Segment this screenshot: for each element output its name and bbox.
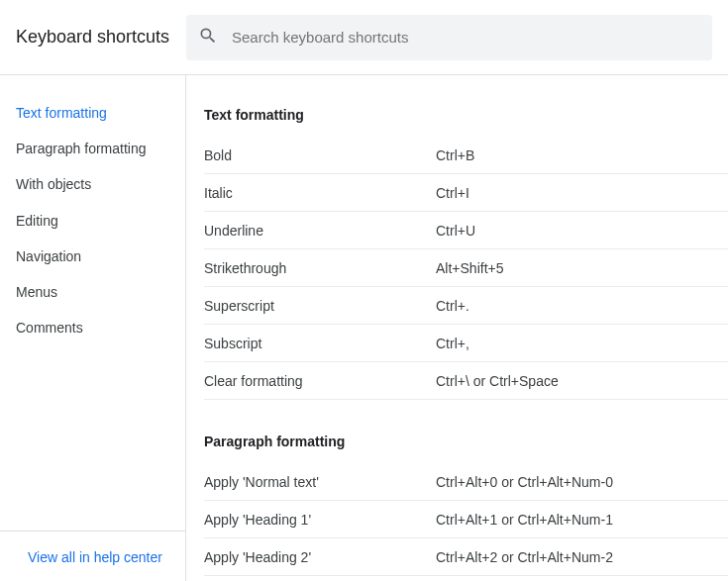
sidebar-item[interactable]: Paragraph formatting bbox=[0, 131, 185, 166]
sidebar-items: Text formattingParagraph formattingWith … bbox=[0, 95, 185, 531]
shortcut-action: Apply 'Normal text' bbox=[204, 474, 436, 490]
help-center-link[interactable]: View all in help center bbox=[0, 531, 185, 581]
shortcut-row: Apply 'Heading 1'Ctrl+Alt+1 or Ctrl+Alt+… bbox=[204, 501, 728, 538]
dialog-header: Keyboard shortcuts bbox=[0, 0, 728, 75]
shortcut-row: BoldCtrl+B bbox=[204, 137, 728, 174]
dialog-body: Text formattingParagraph formattingWith … bbox=[0, 75, 728, 581]
shortcut-row: SubscriptCtrl+, bbox=[204, 325, 728, 362]
shortcut-action: Bold bbox=[204, 147, 436, 163]
search-box[interactable] bbox=[186, 15, 712, 60]
section-heading: Text formatting bbox=[204, 101, 728, 137]
shortcut-keys: Ctrl+Alt+0 or Ctrl+Alt+Num-0 bbox=[436, 474, 728, 490]
shortcuts-content: Text formattingBoldCtrl+BItalicCtrl+IUnd… bbox=[186, 75, 728, 581]
sidebar-item[interactable]: Menus bbox=[0, 274, 185, 310]
shortcut-row: Clear formattingCtrl+\ or Ctrl+Space bbox=[204, 362, 728, 400]
section-spacer bbox=[204, 400, 728, 428]
shortcut-action: Strikethrough bbox=[204, 260, 436, 276]
shortcut-row: ItalicCtrl+I bbox=[204, 174, 728, 212]
shortcut-action: Apply 'Heading 1' bbox=[204, 512, 436, 528]
search-input[interactable] bbox=[218, 29, 700, 46]
shortcut-row: UnderlineCtrl+U bbox=[204, 212, 728, 249]
shortcut-keys: Ctrl+Alt+2 or Ctrl+Alt+Num-2 bbox=[436, 549, 728, 565]
shortcut-row: SuperscriptCtrl+. bbox=[204, 287, 728, 325]
shortcut-row: Apply 'Normal text'Ctrl+Alt+0 or Ctrl+Al… bbox=[204, 463, 728, 501]
sidebar-item[interactable]: With objects bbox=[0, 166, 185, 202]
shortcut-row: Apply 'Heading 3'Ctrl+Alt+3 or Ctrl+Alt+… bbox=[204, 576, 728, 581]
shortcut-keys: Ctrl+B bbox=[436, 147, 728, 163]
sidebar-item[interactable]: Text formatting bbox=[0, 95, 185, 131]
shortcut-keys: Ctrl+I bbox=[436, 185, 728, 201]
shortcut-keys: Ctrl+\ or Ctrl+Space bbox=[436, 373, 728, 389]
shortcut-row: Apply 'Heading 2'Ctrl+Alt+2 or Ctrl+Alt+… bbox=[204, 538, 728, 576]
sidebar-item[interactable]: Navigation bbox=[0, 239, 185, 274]
sidebar-item[interactable]: Comments bbox=[0, 310, 185, 345]
shortcut-row: StrikethroughAlt+Shift+5 bbox=[204, 249, 728, 287]
section-heading: Paragraph formatting bbox=[204, 428, 728, 463]
sidebar-item[interactable]: Editing bbox=[0, 203, 185, 239]
shortcut-action: Subscript bbox=[204, 336, 436, 351]
shortcut-keys: Ctrl+. bbox=[436, 298, 728, 314]
search-icon bbox=[198, 26, 218, 48]
sidebar: Text formattingParagraph formattingWith … bbox=[0, 75, 186, 581]
shortcut-action: Apply 'Heading 2' bbox=[204, 549, 436, 565]
shortcut-keys: Ctrl+, bbox=[436, 336, 728, 351]
shortcut-action: Underline bbox=[204, 223, 436, 239]
shortcut-keys: Ctrl+Alt+1 or Ctrl+Alt+Num-1 bbox=[436, 512, 728, 528]
shortcut-action: Clear formatting bbox=[204, 373, 436, 389]
shortcut-keys: Ctrl+U bbox=[436, 223, 728, 239]
shortcut-keys: Alt+Shift+5 bbox=[436, 260, 728, 276]
shortcut-action: Superscript bbox=[204, 298, 436, 314]
dialog-title: Keyboard shortcuts bbox=[16, 27, 186, 48]
shortcut-action: Italic bbox=[204, 185, 436, 201]
